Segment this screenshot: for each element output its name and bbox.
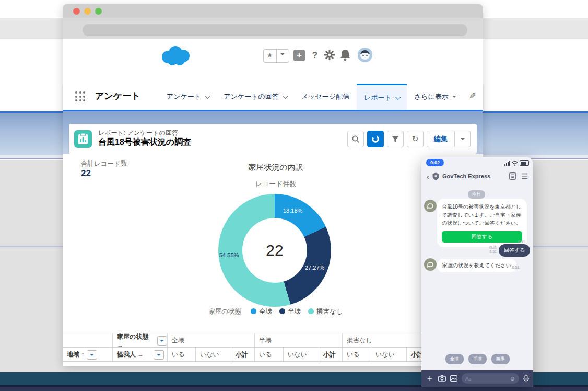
report-type-label: レポート: アンケートの回答 [98, 129, 178, 137]
camera-icon[interactable] [438, 375, 446, 382]
edit-nav-pencil-icon[interactable]: ✎ [469, 91, 476, 101]
status-time: 9:02 [426, 159, 444, 166]
quick-reply-hankai[interactable]: 半壊 [468, 354, 487, 364]
table-header-row-1: 家屋の状態 → 全壊 半壊 損害なし [63, 333, 483, 347]
favorites-control[interactable]: ★ [263, 49, 289, 63]
minimize-window-button[interactable] [84, 8, 91, 15]
screenshot-stage: ★ + ? [0, 0, 588, 391]
salesforce-global-header: ★ + ? [63, 39, 483, 70]
edit-button[interactable]: 編集 [427, 131, 455, 147]
chevron-down-icon[interactable] [395, 94, 401, 99]
global-actions-button[interactable]: + [293, 50, 305, 61]
report-title: 台風18号被害状況の調査 [98, 137, 191, 148]
emoji-icon[interactable]: ☺ [510, 375, 515, 382]
tab-survey-responses[interactable]: アンケートの回答 [216, 84, 294, 110]
column-house-state[interactable]: 家屋の状態 → [112, 334, 167, 348]
chat-input-bar: ＋ Aa ☺ [421, 370, 533, 387]
user-avatar[interactable] [358, 48, 372, 62]
legend-dot [251, 308, 256, 314]
report-header-card: レポート: アンケートの回答 台風18号被害状況の調査 [69, 124, 477, 154]
total-records-value: 22 [81, 168, 91, 179]
column-injured[interactable]: 怪我人 → [112, 348, 167, 362]
chart-subtitle: レコード件数 [119, 179, 432, 189]
verified-shield-icon [432, 172, 439, 180]
legend-item[interactable]: 半壊 [279, 307, 301, 316]
add-attachment-icon[interactable]: ＋ [426, 374, 434, 383]
background-footer-band [0, 387, 588, 391]
chat-header: ‹ GovTech Express ☰ [421, 167, 533, 185]
chevron-down-icon[interactable] [283, 93, 288, 99]
quick-reply-zenkai[interactable]: 全壊 [445, 354, 464, 364]
notes-icon[interactable] [509, 172, 516, 180]
answer-button[interactable]: 回答する [442, 231, 522, 243]
microphone-icon[interactable] [523, 375, 529, 383]
search-report-button[interactable] [347, 131, 364, 147]
bot-message-bubble: 台風18号の被害状況を東京都として調査しています。ご自宅・家族の状況についてご回… [437, 199, 527, 247]
legend-item[interactable]: 全壊 [251, 307, 272, 316]
subcol-inai: いない [283, 348, 319, 362]
tab-more[interactable]: さらに表示 [407, 84, 464, 110]
column-dropdown-button[interactable] [87, 350, 97, 360]
subcol-subtotal: 小計 [231, 348, 254, 362]
legend-item[interactable]: 損害なし [308, 307, 343, 316]
subcol-iru: いる [342, 348, 371, 362]
chart-title: 家屋状況の内訳 [119, 163, 432, 172]
favorites-dropdown-icon[interactable] [277, 50, 289, 62]
back-chevron-icon[interactable]: ‹ [427, 172, 429, 181]
caret-down-icon [461, 138, 465, 142]
column-region[interactable]: 地域 ↑ [63, 348, 112, 362]
help-icon[interactable]: ? [309, 50, 321, 61]
table-row [63, 361, 483, 365]
window-titlebar[interactable] [63, 4, 483, 18]
search-icon [352, 135, 359, 143]
user-message-bubble: 回答する [499, 244, 530, 257]
report-actions: ↻ 編集 [347, 131, 471, 147]
battery-icon [520, 160, 529, 166]
close-window-button[interactable] [73, 8, 80, 15]
refresh-icon: ↻ [412, 134, 419, 144]
subcol-subtotal: 小計 [319, 348, 342, 362]
quick-reply-row: 全壊 半壊 無事 [421, 354, 533, 364]
quick-reply-buji[interactable]: 無事 [491, 354, 510, 364]
setup-gear-icon[interactable] [324, 49, 335, 61]
refresh-button[interactable]: ↻ [407, 131, 424, 147]
input-placeholder: Aa [465, 376, 510, 382]
legend-dot [279, 308, 285, 314]
column-dropdown-button[interactable] [154, 350, 164, 360]
app-launcher-icon[interactable] [75, 91, 86, 102]
filter-button[interactable] [387, 131, 404, 147]
tab-reports[interactable]: レポート [357, 84, 407, 110]
status-icons [504, 160, 529, 166]
app-navigation-bar: アンケート アンケート アンケートの回答 メッセージ配信 レポート さらに表示 … [63, 84, 483, 110]
filter-funnel-icon [392, 136, 399, 143]
donut-chart[interactable]: 22 18.18% 27.27% 54.55% [218, 194, 331, 307]
chat-date-label: 今日 [468, 190, 485, 199]
group-header-zenkai: 全壊 [167, 334, 254, 348]
tab-survey[interactable]: アンケート [159, 84, 216, 110]
column-dropdown-button[interactable] [157, 336, 167, 346]
chart-legend: 家屋の状態 全壊 半壊 損害なし [119, 307, 432, 316]
menu-hamburger-icon[interactable]: ☰ [521, 172, 528, 180]
slice-label-songainashi: 54.55% [219, 252, 239, 258]
edit-dropdown-button[interactable] [455, 131, 471, 147]
subcol-iru: いる [254, 348, 283, 362]
donut-center-total: 22 [242, 218, 307, 283]
photo-gallery-icon[interactable] [450, 375, 457, 382]
table-cell-blank [63, 334, 112, 348]
message-input[interactable]: Aa ☺ [462, 373, 519, 384]
line-chat-panel: 9:02 ‹ GovTech Express [421, 157, 533, 387]
tab-message-delivery[interactable]: メッセージ配信 [294, 84, 357, 110]
toggle-chart-button[interactable] [367, 131, 384, 147]
caret-down-icon [452, 96, 456, 100]
zoom-window-button[interactable] [95, 8, 102, 15]
chat-contact-name: GovTech Express [442, 173, 490, 179]
notifications-bell-icon[interactable] [339, 49, 351, 61]
address-bar[interactable] [83, 24, 467, 36]
slice-label-zenkai: 18.18% [283, 208, 302, 214]
chevron-down-icon[interactable] [205, 93, 210, 99]
app-name: アンケート [95, 90, 140, 102]
star-icon[interactable]: ★ [264, 50, 276, 62]
report-body: 合計レコード数 22 家屋状況の内訳 レコード件数 22 18.18% 27.2… [63, 154, 483, 366]
bot-avatar [424, 258, 437, 271]
browser-toolbar [63, 18, 483, 39]
